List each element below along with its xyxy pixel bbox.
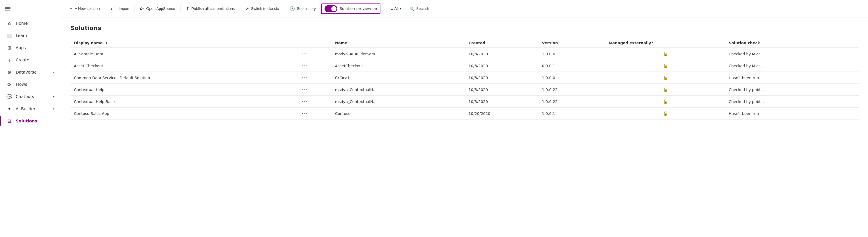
more-options-button[interactable]: ··· [301,51,309,57]
sidebar-item-create[interactable]: + Create [2,54,59,66]
cell-created: 10/3/2020 [465,96,538,108]
divider-4 [240,5,240,12]
import-label: Import [119,6,129,11]
home-icon: ⌂ [6,20,12,26]
appsource-icon: 🛍 [140,6,144,11]
cell-created: 10/3/2020 [465,84,538,96]
divider-1 [105,5,105,12]
divider-6 [383,5,383,12]
cell-managed: 🔒 [605,84,725,96]
chatbots-icon: 💬 [6,94,12,99]
svg-rect-2 [5,10,10,10]
table-row[interactable]: Contoso Sales App ··· Contoso 10/20/2020… [70,108,859,120]
chevron-icon: ▾ [53,71,55,74]
lock-icon: 🔒 [663,111,668,116]
more-options-button[interactable]: ··· [301,110,309,116]
toggle-track [324,5,337,12]
cell-solution-check: Checked by Micr... [725,60,859,72]
cell-created: 10/3/2020 [465,48,538,60]
col-header-version[interactable]: Version [538,38,605,48]
sidebar-item-learn[interactable]: 📖 Learn [2,30,59,41]
more-options-button[interactable]: ··· [301,87,309,93]
cell-managed: 🔒 [605,96,725,108]
svg-rect-0 [5,7,10,7]
solutions-table: Display name ↑ Name Created Version Mana… [70,38,859,120]
solution-preview-label: Solution preview on [340,6,377,11]
table-row[interactable]: Contextual Help Base ··· msdyn_Contextua… [70,96,859,108]
cell-display-name: Contoso Sales App [70,108,297,120]
cell-display-name: Contextual Help [70,84,297,96]
col-header-created[interactable]: Created [465,38,538,48]
cell-more-options[interactable]: ··· [297,60,332,72]
hamburger-button[interactable] [0,2,61,16]
col-header-display-name[interactable]: Display name ↑ [70,38,297,48]
table-row[interactable]: Contextual Help ··· msdyn_ContextualH...… [70,84,859,96]
publish-all-button[interactable]: ⬆ Publish all customizations [183,4,238,13]
sidebar-item-ai-builder[interactable]: ✦ AI Builder ▾ [2,103,59,114]
lock-icon: 🔒 [663,99,668,104]
cell-more-options[interactable]: ··· [297,96,332,108]
apps-icon: ⊞ [6,45,12,50]
main-area: ＋ + New solution ⟵ Import 🛍 Open AppSour… [61,0,868,237]
search-icon: 🔍 [409,6,414,11]
cell-managed: 🔒 [605,108,725,120]
col-header-managed[interactable]: Managed externally? [605,38,725,48]
cell-name: msdyn_AIBuilderSam... [332,48,465,60]
search-placeholder: Search [416,6,429,11]
cell-name: Contoso [332,108,465,120]
more-options-button[interactable]: ··· [301,63,309,69]
sidebar-item-label: Home [16,21,55,26]
page-title: Solutions [70,25,859,31]
sidebar-item-home[interactable]: ⌂ Home [2,18,59,29]
import-icon: ⟵ [111,6,117,11]
classic-icon: ⤢ [245,6,249,11]
search-wrapper[interactable]: 🔍 Search [406,4,433,13]
history-icon: 🕐 [290,6,295,11]
sidebar-item-flows[interactable]: ⟳ Flows [2,78,59,90]
new-solution-label: + New solution [75,6,100,11]
sidebar-item-dataverse[interactable]: ⊕ Dataverse ▾ [2,66,59,78]
new-solution-button[interactable]: ＋ + New solution [66,4,103,13]
sidebar: ⌂ Home 📖 Learn ⊞ Apps + Create ⊕ Dataver… [0,0,61,237]
more-options-button[interactable]: ··· [301,75,309,80]
sidebar-item-apps[interactable]: ⊞ Apps [2,42,59,54]
table-row[interactable]: Asset Checkout ··· AssetCheckout 10/3/20… [70,60,859,72]
see-history-button[interactable]: 🕐 See history [287,4,319,13]
cell-solution-check: Checked by Micr... [725,48,859,60]
content-area: Solutions Display name ↑ Name Created Ve… [61,18,868,237]
cell-solution-check: Hasn't been run [725,108,859,120]
sidebar-item-label: AI Builder [16,106,50,111]
cell-solution-check: Checked by publ... [725,84,859,96]
sidebar-item-chatbots[interactable]: 💬 Chatbots ▾ [2,91,59,102]
cell-version: 1.0.0.22 [538,96,605,108]
cell-more-options[interactable]: ··· [297,108,332,120]
solution-preview-wrapper: Solution preview on [321,3,381,14]
sidebar-item-label: Create [16,58,55,62]
open-appsource-button[interactable]: 🛍 Open AppSource [137,4,178,13]
col-header-name[interactable]: Name [332,38,465,48]
sort-icon: ↑ [105,41,108,45]
more-options-button[interactable]: ··· [301,99,309,104]
chevron-icon: ▾ [53,95,55,98]
cell-name: msdyn_ContextualH... [332,96,465,108]
lock-icon: 🔒 [663,75,668,80]
learn-icon: 📖 [6,33,12,38]
col-header-solution-check[interactable]: Solution check [725,38,859,48]
cell-name: AssetCheckout [332,60,465,72]
sidebar-item-label: Solutions [16,118,55,123]
solution-preview-toggle[interactable] [324,5,337,12]
table-row[interactable]: AI Sample Data ··· msdyn_AIBuilderSam...… [70,48,859,60]
sidebar-item-solutions[interactable]: ⊟ Solutions [2,115,59,127]
cell-more-options[interactable]: ··· [297,48,332,60]
cell-created: 10/3/2020 [465,60,538,72]
lock-icon: 🔒 [663,52,668,56]
filter-dropdown[interactable]: ≡ All ▾ [388,5,404,13]
cell-more-options[interactable]: ··· [297,72,332,84]
import-button[interactable]: ⟵ Import [108,4,132,13]
cell-managed: 🔒 [605,48,725,60]
chevron-icon: ▾ [53,107,55,110]
table-row[interactable]: Common Data Services Default Solution ··… [70,72,859,84]
cell-version: 0.0.0.1 [538,60,605,72]
switch-to-classic-button[interactable]: ⤢ Switch to classic [243,4,281,13]
cell-more-options[interactable]: ··· [297,84,332,96]
